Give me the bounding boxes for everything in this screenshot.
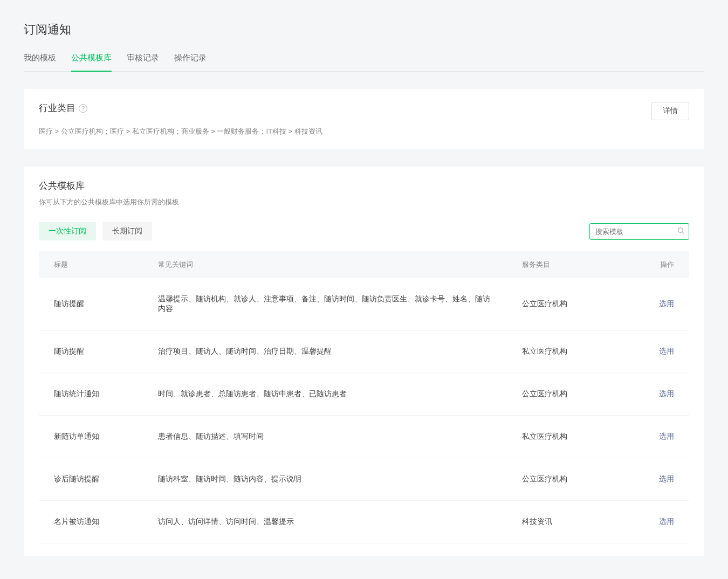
industry-breadcrumb: 医疗 > 公立医疗机构；医疗 > 私立医疗机构；商业服务 > 一般财务服务；IT…	[39, 127, 689, 136]
tab-audit-records[interactable]: 审核记录	[127, 53, 159, 72]
tab-my-templates[interactable]: 我的模板	[24, 53, 56, 72]
library-card: 公共模板库 你可从下方的公共模板库中选用你所需的模板 一次性订阅 长期订阅 标题…	[24, 167, 704, 556]
row-keywords: 治疗项目、随访人、随访时间、治疗日期、温馨提醒	[143, 330, 507, 373]
row-keywords: 患者信息、随访描述、填写时间	[143, 416, 507, 458]
select-action-link[interactable]: 选用	[659, 347, 674, 355]
table-row: 随访提醒治疗项目、随访人、随访时间、治疗日期、温馨提醒私立医疗机构选用	[39, 330, 689, 373]
svg-point-0	[678, 228, 683, 233]
row-category: 公立医疗机构	[507, 278, 611, 330]
industry-section-title: 行业类目 ?	[39, 102, 87, 114]
row-title: 名片被访通知	[39, 501, 143, 543]
select-action-link[interactable]: 选用	[659, 517, 674, 526]
row-category: 公立医疗机构	[507, 458, 611, 501]
row-title: 随访统计通知	[39, 373, 143, 416]
table-row: 诊后随访提醒随访科室、随访时间、随访内容、提示说明公立医疗机构选用	[39, 458, 689, 501]
column-header-action: 操作	[611, 251, 689, 278]
search-box	[589, 223, 689, 240]
select-action-link[interactable]: 选用	[659, 389, 674, 398]
filter-longterm-button[interactable]: 长期订阅	[102, 222, 152, 240]
industry-card: 行业类目 ? 详情 医疗 > 公立医疗机构；医疗 > 私立医疗机构；商业服务 >…	[24, 89, 704, 149]
column-header-keywords: 常见关键词	[143, 251, 507, 278]
table-row: 随访提醒温馨提示、随访机构、就诊人、注意事项、备注、随访时间、随访负责医生、就诊…	[39, 278, 689, 330]
row-category: 私立医疗机构	[507, 416, 611, 458]
row-title: 随访提醒	[39, 330, 143, 373]
row-keywords: 温馨提示、随访机构、就诊人、注意事项、备注、随访时间、随访负责医生、就诊卡号、姓…	[143, 278, 507, 330]
library-subtitle: 你可从下方的公共模板库中选用你所需的模板	[39, 197, 689, 207]
select-action-link[interactable]: 选用	[659, 299, 674, 308]
table-row: 新随访单通知患者信息、随访描述、填写时间私立医疗机构选用	[39, 416, 689, 458]
column-header-title: 标题	[39, 251, 143, 278]
table-row: 随访统计通知时间、就诊患者、总随访患者、随访中患者、已随访患者公立医疗机构选用	[39, 373, 689, 416]
tab-public-library[interactable]: 公共模板库	[71, 53, 112, 72]
select-action-link[interactable]: 选用	[659, 432, 674, 440]
row-title: 诊后随访提醒	[39, 458, 143, 501]
detail-button[interactable]: 详情	[651, 102, 689, 120]
row-title: 新随访单通知	[39, 416, 143, 458]
search-icon[interactable]	[677, 226, 685, 236]
select-action-link[interactable]: 选用	[659, 474, 674, 483]
industry-title-text: 行业类目	[39, 102, 75, 114]
row-keywords: 随访科室、随访时间、随访内容、提示说明	[143, 458, 507, 501]
row-keywords: 访问人、访问详情、访问时间、温馨提示	[143, 501, 507, 543]
row-title: 随访提醒	[39, 278, 143, 330]
library-title: 公共模板库	[39, 180, 689, 192]
svg-line-1	[682, 232, 684, 233]
table-row: 名片被访通知访问人、访问详情、访问时间、温馨提示科技资讯选用	[39, 501, 689, 543]
row-category: 公立医疗机构	[507, 373, 611, 416]
template-table: 标题 常见关键词 服务类目 操作 随访提醒温馨提示、随访机构、就诊人、注意事项、…	[39, 251, 689, 543]
tab-operation-records[interactable]: 操作记录	[174, 53, 207, 72]
search-input[interactable]	[589, 223, 689, 240]
page-title: 订阅通知	[24, 22, 704, 38]
filter-onetime-button[interactable]: 一次性订阅	[39, 222, 96, 240]
column-header-category: 服务类目	[507, 251, 611, 278]
row-category: 科技资讯	[507, 501, 611, 543]
help-icon[interactable]: ?	[79, 104, 87, 113]
row-keywords: 时间、就诊患者、总随访患者、随访中患者、已随访患者	[143, 373, 507, 416]
row-category: 私立医疗机构	[507, 330, 611, 373]
tabs-bar: 我的模板 公共模板库 审核记录 操作记录	[24, 53, 704, 72]
